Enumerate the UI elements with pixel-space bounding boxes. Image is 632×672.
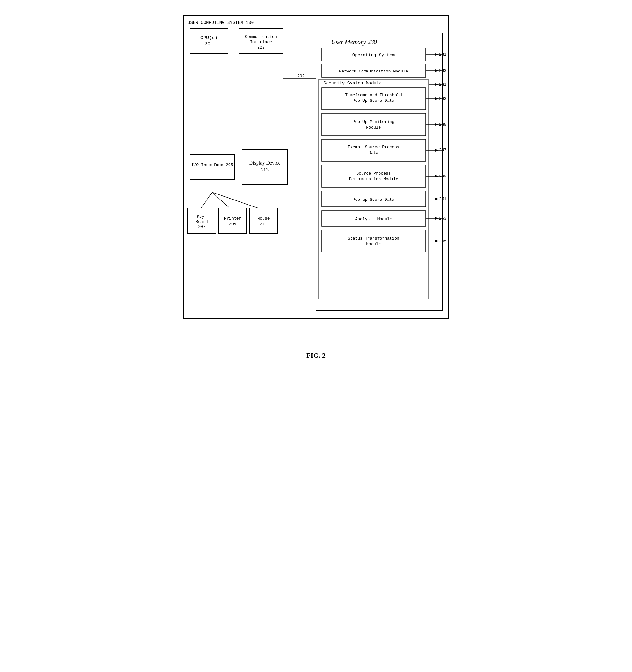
keyboard-label-3: 207 bbox=[198, 224, 205, 229]
fan-mouse bbox=[212, 192, 258, 208]
system-label: USER COMPUTING SYSTEM 100 bbox=[188, 20, 254, 25]
sec-arrow-head bbox=[435, 83, 438, 86]
espd-arrow-head bbox=[435, 149, 438, 152]
tf-label-1: Timeframe and Threshold bbox=[345, 93, 402, 97]
stm-box bbox=[321, 230, 426, 252]
cpu-label-2: 201 bbox=[204, 42, 213, 47]
cpu-label-1: CPU(s) bbox=[200, 35, 217, 41]
ncm-arrow-head bbox=[435, 69, 438, 72]
bus-label: 202 bbox=[297, 74, 305, 78]
psd-arrow-head bbox=[435, 198, 438, 200]
keyboard-label-2: Board bbox=[195, 219, 208, 224]
mouse-label-2: 211 bbox=[260, 222, 267, 226]
display-label-2: 213 bbox=[261, 167, 269, 172]
diagram-svg: USER COMPUTING SYSTEM 100 CPU(s) 201 Com… bbox=[180, 13, 452, 334]
tf-arrow-head bbox=[435, 97, 438, 100]
fan-printer bbox=[212, 192, 229, 208]
security-border bbox=[318, 80, 429, 299]
diagram-wrapper: USER COMPUTING SYSTEM 100 CPU(s) 201 Com… bbox=[174, 13, 458, 360]
printer-label-2: 209 bbox=[229, 222, 236, 226]
spdm-arrow-head bbox=[435, 175, 438, 177]
spdm-box bbox=[321, 165, 426, 187]
spdm-label-2: Determination Module bbox=[349, 177, 398, 182]
spdm-label-1: Source Process bbox=[356, 171, 391, 176]
stm-label-2: Module bbox=[366, 242, 381, 246]
pump-arrow-head bbox=[435, 123, 438, 126]
am-label: Analysis Module bbox=[355, 217, 392, 222]
tf-label-2: Pop-Up Score Data bbox=[353, 98, 394, 103]
stm-label-1: Status Transformation bbox=[348, 236, 399, 241]
espd-label-2: Data bbox=[368, 150, 378, 155]
fig-label: FIG. 2 bbox=[307, 352, 325, 360]
comm-label-2: Interface bbox=[250, 40, 272, 44]
stm-arrow-head bbox=[435, 240, 438, 242]
ncm-label: Network Communication Module bbox=[339, 69, 408, 74]
pump-label-1: Pop-Up Monitoring bbox=[353, 119, 394, 124]
display-label-1: Display Device bbox=[249, 160, 280, 166]
io-label-1: I/O Interface 205 bbox=[191, 163, 233, 167]
pump-label-2: Module bbox=[366, 125, 381, 130]
keyboard-label-1: Key- bbox=[197, 214, 206, 219]
printer-label-1: Printer bbox=[224, 216, 241, 221]
comm-label-3: 222 bbox=[257, 45, 265, 50]
diagram-container: USER COMPUTING SYSTEM 100 CPU(s) 201 Com… bbox=[180, 13, 452, 336]
memory-title: User Memory 230 bbox=[331, 39, 377, 46]
fan-keyboard bbox=[201, 192, 212, 208]
mouse-label-1: Mouse bbox=[257, 216, 269, 221]
espd-label-1: Exempt Source Process bbox=[348, 145, 399, 149]
cpu-box bbox=[190, 28, 228, 54]
os-arrow-head bbox=[435, 53, 438, 56]
security-label: Security System Module bbox=[323, 81, 382, 86]
pump-box bbox=[321, 114, 426, 136]
am-arrow-head bbox=[435, 217, 438, 220]
comm-label-1: Communication bbox=[245, 34, 277, 39]
psd-label: Pop-up Score Data bbox=[353, 197, 394, 202]
os-label: Operating System bbox=[352, 53, 394, 58]
